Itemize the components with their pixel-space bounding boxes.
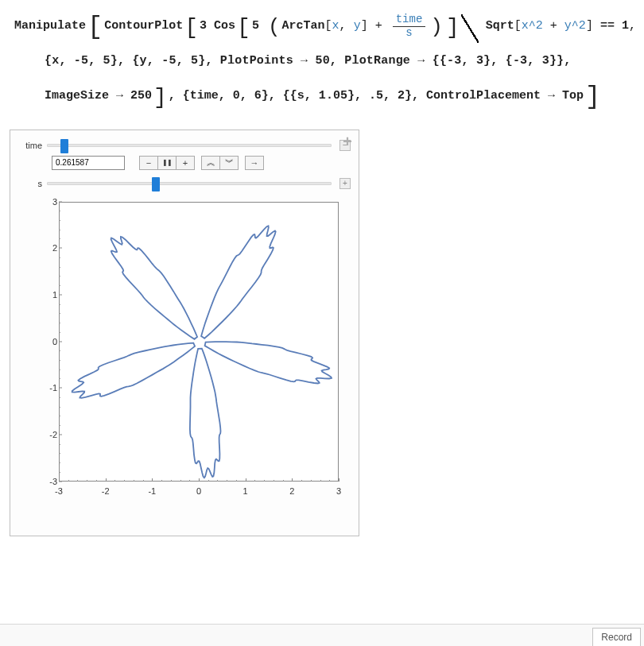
anim-direction-button[interactable]: → — [245, 156, 264, 170]
bracket-open-1: [ — [87, 9, 103, 45]
anim-slower-button[interactable]: ︾ — [219, 156, 239, 170]
minor-tick — [68, 480, 69, 482]
minor-tick — [59, 444, 60, 445]
code-line-2: {x, -5, 5}, {y, -5, 5}, PlotPoints → 50,… — [14, 52, 636, 70]
minor-tick — [59, 407, 60, 408]
minor-tick — [59, 220, 60, 221]
ytick-label: -1 — [41, 383, 57, 393]
minor-tick — [274, 480, 274, 482]
bracket-open-5: [ — [514, 17, 522, 35]
minor-tick — [217, 480, 218, 482]
fraction-time-s: time s — [393, 14, 426, 39]
ytick-label: 3 — [41, 197, 57, 207]
ytick-label: 0 — [41, 337, 57, 346]
plot-frame — [59, 202, 339, 482]
expand-button-s[interactable]: + — [339, 178, 351, 189]
anim-step-fwd-button[interactable]: + — [176, 156, 195, 170]
plus-1: + — [375, 17, 382, 35]
sym-arctan: ArcTan — [282, 17, 325, 35]
time-value-input[interactable] — [52, 156, 125, 170]
slider-detail-time: − ❚❚ + ︽ ︾ → — [52, 156, 351, 170]
ytick-mark — [59, 341, 62, 342]
bracket-close-1: ] — [585, 79, 600, 115]
minor-tick — [96, 480, 97, 482]
sym-sqrt: Sqrt — [486, 17, 514, 35]
slider-thumb-s[interactable] — [152, 177, 160, 191]
xtick-mark — [339, 478, 339, 482]
slider-track-s[interactable] — [47, 182, 332, 185]
minor-tick — [87, 480, 87, 482]
minor-tick — [329, 480, 330, 482]
arrow-right-icon: → — [250, 158, 259, 168]
minor-tick — [114, 480, 115, 482]
code-line-3a: ImageSize → 250 — [45, 87, 152, 105]
ytick-mark — [59, 248, 62, 249]
minor-tick — [59, 462, 60, 463]
minor-tick — [283, 480, 284, 482]
minor-tick — [59, 285, 60, 286]
xtick-mark — [106, 478, 107, 482]
minor-tick — [59, 211, 60, 211]
ytick-mark — [59, 294, 62, 295]
var-x2: x^2 — [522, 17, 543, 35]
minor-tick — [311, 480, 312, 482]
minor-tick — [59, 238, 60, 239]
minor-tick — [59, 369, 60, 370]
minor-tick — [59, 360, 60, 361]
xtick-mark — [199, 478, 200, 482]
minor-tick — [134, 480, 134, 482]
bracket-open-3: [ — [237, 12, 250, 44]
ytick-mark — [59, 201, 62, 202]
bracket-open-2: [ — [184, 12, 198, 44]
minus-icon: − — [146, 158, 151, 168]
minor-tick — [59, 350, 60, 351]
xtick-mark — [152, 478, 153, 482]
code-cell: Manipulate [ ContourPlot [ 3 Cos [ 5 ( A… — [0, 0, 644, 115]
minor-tick — [171, 480, 172, 482]
minor-tick — [59, 257, 60, 258]
xtick-label: 0 — [196, 486, 201, 496]
minor-tick — [161, 480, 162, 482]
minor-tick — [254, 480, 255, 482]
plot-svg — [60, 203, 339, 482]
record-label: Record — [601, 632, 632, 643]
xtick-label: -2 — [102, 486, 110, 496]
bracket-close-5: ] — [586, 17, 593, 35]
minor-tick — [227, 480, 227, 482]
anim-pause-button[interactable]: ❚❚ — [157, 156, 177, 170]
pause-icon: ❚❚ — [162, 159, 172, 166]
panel-plus-icon[interactable]: + — [343, 133, 352, 152]
slider-track-time[interactable] — [47, 144, 332, 147]
contour-plot: -3-2-10123-3-2-10123 — [17, 194, 351, 528]
anim-step-back-button[interactable]: − — [139, 156, 158, 170]
ytick-label: 2 — [41, 243, 57, 253]
minor-tick — [189, 480, 190, 482]
comma-2: , — [629, 17, 636, 35]
minor-tick — [59, 304, 60, 305]
anim-faster-button[interactable]: ︽ — [201, 156, 220, 170]
xtick-label: -3 — [55, 486, 63, 496]
minor-tick — [124, 480, 125, 482]
minor-tick — [59, 472, 60, 473]
plus-2: + — [550, 17, 557, 35]
plus-icon: + — [183, 158, 188, 168]
code-line-2-text: {x, -5, 5}, {y, -5, 5}, PlotPoints → 50,… — [45, 52, 572, 70]
ytick-label: -3 — [41, 477, 57, 486]
minor-tick — [77, 480, 78, 482]
slider-thumb-time[interactable] — [60, 139, 68, 153]
bracket-close-4: ] — [361, 17, 368, 35]
contour-path — [72, 226, 332, 478]
slider-row-time: time − — [18, 140, 351, 151]
ytick-label: 1 — [41, 290, 57, 300]
minor-tick — [59, 453, 60, 454]
frac-num: time — [393, 14, 426, 25]
chevrons-up-icon: ︽ — [207, 157, 215, 168]
record-button[interactable]: Record — [592, 628, 641, 646]
manipulate-panel: + time − − ❚❚ + ︽ ︾ → s + — [10, 130, 359, 536]
bracket-open-4: [ — [325, 17, 332, 35]
sym-contourplot: ContourPlot — [104, 17, 183, 35]
chevrons-down-icon: ︾ — [225, 157, 234, 168]
frac-den: s — [402, 27, 415, 39]
comma-1: , — [339, 17, 347, 35]
ytick-label: -2 — [41, 430, 57, 439]
